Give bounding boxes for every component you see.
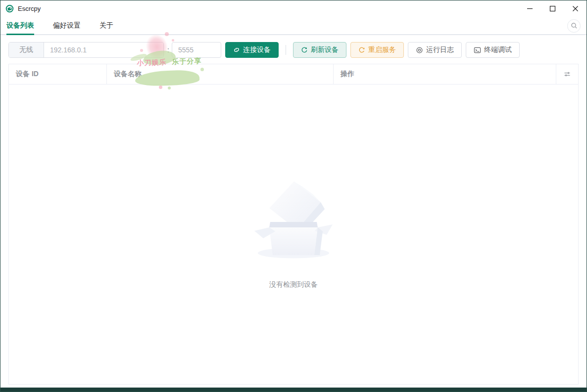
restart-service-button[interactable]: 重启服务 — [350, 42, 404, 58]
device-table: 设备 ID 设备名称 操作 — [8, 64, 579, 385]
empty-state: 没有检测到设备 — [251, 179, 336, 289]
run-logs-button[interactable]: 运行日志 — [408, 42, 462, 58]
window-controls — [518, 0, 587, 16]
toolbar-divider — [286, 45, 286, 55]
maximize-icon — [549, 5, 556, 12]
column-header-operations: 操作 — [334, 64, 556, 84]
refresh-devices-label: 刷新设备 — [311, 45, 339, 54]
column-header-device-id: 设备 ID — [9, 64, 107, 84]
ip-address-input[interactable] — [44, 43, 163, 57]
wireless-address-group: 无线 — [8, 42, 164, 58]
tab-preferences[interactable]: 偏好设置 — [53, 16, 81, 35]
search-button[interactable] — [567, 19, 581, 33]
device-table-header: 设备 ID 设备名称 操作 — [9, 64, 578, 85]
app-logo-icon — [5, 4, 14, 13]
empty-box-illustration — [251, 179, 336, 260]
column-settings-icon — [563, 70, 571, 78]
address-port-separator: : — [167, 46, 169, 54]
port-input[interactable] — [172, 42, 221, 58]
minimize-icon — [527, 5, 533, 12]
close-button[interactable] — [564, 0, 587, 16]
column-settings-button[interactable] — [556, 64, 578, 84]
view-logs-icon — [416, 46, 423, 54]
link-icon — [233, 46, 240, 53]
refresh-devices-button[interactable]: 刷新设备 — [293, 42, 346, 58]
connect-device-label: 连接设备 — [243, 45, 271, 54]
device-table-body: 没有检测到设备 — [9, 85, 578, 384]
run-logs-label: 运行日志 — [426, 45, 454, 54]
column-header-device-name: 设备名称 — [107, 64, 334, 84]
titlebar: Escrcpy — [0, 0, 587, 16]
app-title: Escrcpy — [18, 5, 41, 12]
tab-about-label: 关于 — [99, 21, 113, 30]
search-icon — [571, 22, 578, 29]
restart-icon — [358, 46, 365, 53]
refresh-icon — [301, 46, 308, 53]
connection-toolbar: 无线 : 连接设备 刷新设备 重启服务 — [0, 35, 587, 58]
tab-about[interactable]: 关于 — [99, 16, 113, 35]
connect-device-button[interactable]: 连接设备 — [225, 42, 279, 58]
empty-state-message: 没有检测到设备 — [269, 280, 318, 289]
tab-bar: 设备列表 偏好设置 关于 — [0, 16, 587, 35]
connection-mode-select[interactable]: 无线 — [9, 43, 44, 57]
terminal-icon — [474, 46, 481, 54]
terminal-debug-label: 终端调试 — [484, 45, 512, 54]
maximize-button[interactable] — [541, 0, 564, 16]
restart-service-label: 重启服务 — [368, 45, 396, 54]
minimize-button[interactable] — [518, 0, 541, 16]
tab-device-list[interactable]: 设备列表 — [6, 16, 34, 35]
tab-preferences-label: 偏好设置 — [53, 21, 81, 30]
escrcpy-window: Escrcpy 设备列表 偏好设置 关于 — [0, 0, 587, 392]
terminal-debug-button[interactable]: 终端调试 — [466, 42, 520, 58]
tab-device-list-label: 设备列表 — [6, 21, 34, 30]
close-icon — [572, 5, 579, 12]
window-frame-bottom — [0, 388, 587, 392]
